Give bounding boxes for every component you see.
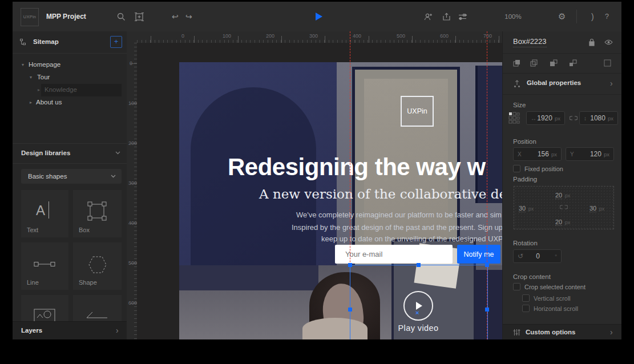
chevron-right-icon: › [610, 79, 613, 87]
rotate-icon: ↺ [518, 252, 523, 260]
bring-to-front-icon[interactable] [513, 59, 520, 67]
padding-right-field[interactable]: 30 px [589, 203, 604, 213]
help-icon[interactable]: ? [605, 2, 609, 31]
anchor-point-grid[interactable] [508, 112, 520, 124]
fixed-position-label: Fixed position [524, 165, 563, 172]
design-libraries-header[interactable]: Design libraries [13, 144, 127, 163]
caret-right-icon[interactable]: ▸ [30, 100, 32, 105]
height-value: 1080 [587, 114, 605, 122]
line-shape-tile[interactable]: Line [21, 242, 68, 290]
fixed-position-checkbox[interactable] [513, 165, 520, 172]
caret-down-icon[interactable]: ▾ [30, 75, 32, 80]
lock-icon[interactable] [588, 38, 595, 46]
text-tool-icon: A [36, 203, 45, 219]
link-dimensions-icon[interactable] [570, 115, 578, 121]
selection-handle[interactable] [417, 263, 421, 267]
hruler-label: 200 [266, 33, 274, 39]
export-icon[interactable] [442, 2, 451, 31]
send-to-back-icon[interactable] [530, 59, 538, 67]
x-value: 156 [522, 150, 549, 158]
hero-subheadline: A new version of the collaborative desig… [259, 187, 502, 201]
arrow-shape-tile[interactable] [73, 295, 122, 321]
settings-sliders-icon[interactable] [458, 2, 468, 31]
email-input[interactable] [335, 245, 453, 264]
vruler-label: 0 [130, 60, 132, 66]
hruler-label: 600 [440, 33, 449, 39]
box-icon [87, 201, 107, 221]
preview-mode-icon[interactable]: ) [591, 2, 594, 31]
redo-icon[interactable]: ↪ [185, 2, 192, 31]
rotation-field[interactable]: ↺ 0 ° [513, 249, 562, 263]
selection-handle[interactable] [348, 308, 352, 312]
sitemap-title: Sitemap [33, 38, 59, 45]
global-properties-icon [513, 79, 521, 88]
send-backward-icon[interactable] [569, 59, 577, 67]
crop-section-label: Crop content [513, 273, 551, 280]
padding-left-field[interactable]: 30 px [519, 203, 534, 213]
position-x-field[interactable]: X 156 px [513, 147, 562, 161]
padding-bottom-field[interactable]: 20 px [555, 216, 570, 227]
toolbar-divider [576, 10, 577, 23]
height-field[interactable]: ↕ 1080 px [579, 111, 618, 125]
layers-label: Layers [21, 327, 42, 334]
text-shape-tile[interactable]: A Text [21, 190, 68, 237]
sitemap-item-about-us[interactable]: ▸ About us [13, 96, 127, 109]
crop-selected-checkbox[interactable] [513, 283, 520, 290]
gear-icon[interactable]: ⚙ [558, 2, 566, 31]
vruler-label: 400 [128, 220, 137, 226]
image-shape-tile[interactable] [21, 295, 68, 321]
search-icon[interactable] [117, 2, 126, 31]
element-name[interactable]: Box#2223 [513, 37, 547, 47]
sitemap-item-tour[interactable]: ▾ Tour [13, 71, 127, 84]
add-artboard-icon[interactable] [135, 2, 144, 31]
vertical-scroll-checkbox[interactable] [522, 294, 530, 302]
add-page-button[interactable]: + [110, 36, 122, 48]
layers-panel-toggle[interactable]: Layers › [13, 321, 127, 339]
horizontal-scroll-label: Horizontal scroll [534, 305, 578, 312]
size-section-label: Size [513, 102, 526, 108]
custom-options-label: Custom options [526, 329, 576, 335]
zoom-level[interactable]: 100% [500, 2, 526, 31]
selection-handle[interactable] [485, 308, 489, 312]
padding-section-label: Padding [513, 176, 537, 183]
preview-play-button[interactable] [316, 13, 322, 21]
caret-right-icon[interactable]: ▸ [38, 87, 40, 92]
padding-top-field[interactable]: 20 px [555, 189, 570, 200]
padding-link-icon[interactable] [560, 204, 568, 210]
crop-selected-label: Crop selected content [524, 284, 585, 290]
caret-down-icon[interactable]: ▾ [22, 62, 24, 67]
sitemap-item-knowledge[interactable]: ▸ Knowledge [13, 84, 127, 96]
invite-user-icon[interactable] [424, 2, 433, 31]
position-y-field[interactable]: Y 120 px [566, 147, 614, 161]
vertical-ruler[interactable] [127, 43, 137, 339]
width-field[interactable]: ↔ 1920 px [526, 111, 565, 125]
box-shape-tile[interactable]: Box [73, 190, 122, 237]
global-properties-row[interactable]: Global properties › [503, 74, 621, 94]
sliders-icon [513, 329, 520, 336]
custom-options-toggle[interactable]: Custom options › [503, 324, 621, 339]
bring-forward-icon[interactable] [550, 59, 558, 67]
sitemap-item-homepage[interactable]: ▾ Homepage [13, 59, 127, 71]
padding-editor: 20 px 30 px 30 px 20 px [514, 186, 614, 229]
hero-headline: Redesigning the way w [228, 153, 486, 181]
design-canvas[interactable]: UXPin Redesigning the way w A new versio… [127, 31, 502, 339]
uxpin-app-logo[interactable]: UXPin [21, 8, 39, 26]
visibility-eye-icon[interactable] [604, 39, 613, 45]
shape-library-select[interactable]: Basic shapes [21, 169, 122, 184]
sitemap-icon [20, 39, 28, 46]
width-arrow-icon: ↔ [531, 115, 536, 122]
shape-library-value: Basic shapes [28, 173, 67, 180]
undo-icon[interactable]: ↩ [172, 2, 179, 31]
hero-uxpin-logo-text: UXPin [407, 107, 427, 115]
selection-handle[interactable] [348, 263, 352, 267]
design-libraries-label: Design libraries [21, 149, 70, 156]
notify-me-button[interactable]: Notify me [457, 245, 500, 264]
custom-shape-tile[interactable]: Shape [73, 242, 122, 290]
chevron-right-icon: › [116, 326, 119, 334]
selection-handle[interactable] [485, 263, 489, 267]
hero-paragraph-line2: Inspired by the great design of the past… [292, 223, 502, 232]
uxpin-editor-window: UXPin Redesigning the way w A new versio… [13, 2, 621, 339]
frame-outline-icon[interactable] [604, 59, 611, 67]
horizontal-scroll-checkbox[interactable] [522, 305, 530, 312]
chevron-right-icon: › [610, 328, 613, 336]
